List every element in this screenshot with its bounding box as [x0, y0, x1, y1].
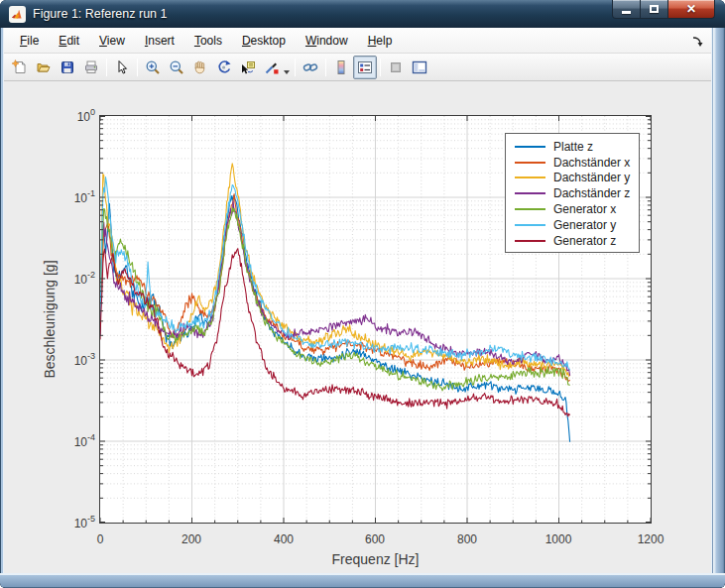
open-file-button[interactable] [32, 56, 56, 79]
figure-client-area: File Edit View Insert Tools Desktop Wind… [3, 28, 712, 573]
x-tick-label: 800 [445, 532, 489, 546]
menubar: File Edit View Insert Tools Desktop Wind… [4, 28, 711, 54]
pan-hand-icon [192, 59, 208, 75]
insert-legend-button[interactable] [353, 56, 377, 79]
print-button[interactable] [79, 56, 103, 79]
x-axis-label: Frequenz [Hz] [99, 551, 652, 567]
show-plot-tools-button[interactable] [408, 56, 431, 79]
y-tick-label: 10-2 [52, 271, 95, 287]
toolbar-separator [295, 59, 296, 76]
insert-colorbar-button[interactable] [329, 56, 353, 79]
close-icon: ✕ [686, 3, 696, 15]
legend-line-sample [515, 176, 545, 178]
toolbar-separator [325, 59, 326, 76]
zoom-out-icon [169, 59, 184, 75]
figure-toolbar [4, 54, 711, 81]
save-button[interactable] [56, 56, 79, 79]
toolbar-separator [106, 59, 107, 76]
x-tick-label: 200 [170, 532, 213, 546]
legend-line-sample [515, 192, 545, 194]
brush-tool-button[interactable] [260, 56, 284, 79]
legend[interactable]: Platte z Dachständer x Dachständer y Dac… [505, 133, 640, 253]
legend-icon [357, 59, 373, 75]
menu-insert[interactable]: Insert [135, 30, 184, 52]
window-title: Figure 1: Referenz run 1 [33, 7, 168, 21]
legend-item: Generator z [515, 233, 639, 249]
brush-icon [264, 59, 280, 75]
y-tick-label: 10-4 [52, 433, 95, 449]
legend-item: Platte z [515, 139, 639, 155]
window-frame-edge [0, 28, 3, 573]
menu-edit[interactable]: Edit [49, 30, 89, 52]
open-file-icon [36, 59, 52, 75]
dock-arrow-icon[interactable] [691, 34, 704, 52]
y-tick-label: 10-3 [52, 352, 95, 368]
menu-file[interactable]: File [10, 30, 49, 52]
toolbar-separator [380, 59, 381, 76]
print-icon [83, 59, 99, 75]
hide-plot-tools-button [384, 56, 408, 79]
y-axis-label: Beschleunigung [g] [42, 260, 58, 378]
window-frame-edge[interactable] [0, 573, 725, 588]
pan-tool-button[interactable] [188, 56, 212, 79]
data-cursor-icon [240, 59, 256, 75]
rotate-3d-button[interactable] [212, 56, 236, 79]
legend-item: Dachständer y [515, 171, 639, 186]
figure-window: Figure 1: Referenz run 1 ✕ File Edit Vie… [0, 0, 725, 588]
zoom-out-button[interactable] [165, 56, 188, 79]
data-cursor-button[interactable] [236, 56, 260, 79]
window-frame-edge[interactable] [713, 28, 725, 573]
new-figure-button[interactable] [8, 56, 32, 79]
maximize-icon [650, 5, 659, 13]
link-plot-button[interactable] [299, 56, 322, 79]
legend-line-sample [515, 208, 545, 210]
x-tick-label: 1200 [629, 532, 672, 546]
menu-window[interactable]: Window [296, 30, 358, 52]
menu-help[interactable]: Help [358, 30, 403, 52]
colorbar-icon [333, 59, 349, 75]
x-tick-label: 0 [78, 532, 122, 546]
menu-view[interactable]: View [89, 30, 135, 52]
x-tick-label: 400 [262, 532, 305, 546]
minimize-button[interactable] [612, 0, 641, 19]
brush-dropdown-caret[interactable] [284, 70, 290, 74]
menu-tools[interactable]: Tools [184, 30, 232, 52]
pointer-icon [114, 59, 130, 75]
figure-canvas: 0 200 400 600 800 1000 1200 100 10-1 10-… [4, 81, 711, 573]
legend-item: Generator y [515, 217, 639, 233]
legend-item: Dachständer z [515, 185, 639, 201]
y-tick-label: 100 [52, 108, 95, 124]
legend-line-sample [515, 162, 545, 164]
save-icon [60, 59, 75, 75]
zoom-in-icon [145, 59, 161, 75]
y-tick-label: 10-1 [52, 189, 95, 205]
new-figure-icon [12, 59, 28, 75]
show-plot-tools-icon [412, 59, 427, 75]
titlebar[interactable]: Figure 1: Referenz run 1 ✕ [0, 0, 725, 28]
legend-line-sample [515, 240, 545, 242]
rotate-3d-icon [216, 59, 232, 75]
legend-item: Generator x [515, 201, 639, 217]
legend-line-sample [515, 146, 545, 148]
zoom-in-button[interactable] [141, 56, 165, 79]
link-icon [302, 59, 318, 75]
hide-plot-tools-icon [388, 59, 404, 75]
legend-line-sample [515, 224, 545, 226]
y-tick-label: 10-5 [52, 515, 95, 530]
menu-desktop[interactable]: Desktop [232, 30, 296, 52]
matlab-logo-icon [9, 6, 26, 23]
toolbar-separator [137, 59, 138, 76]
x-tick-label: 1000 [537, 532, 580, 546]
legend-item: Dachständer x [515, 155, 639, 171]
pointer-tool-button[interactable] [110, 56, 134, 79]
minimize-icon [622, 11, 631, 14]
x-tick-label: 600 [353, 532, 397, 546]
maximize-button[interactable] [641, 0, 668, 19]
close-button[interactable]: ✕ [668, 0, 715, 19]
